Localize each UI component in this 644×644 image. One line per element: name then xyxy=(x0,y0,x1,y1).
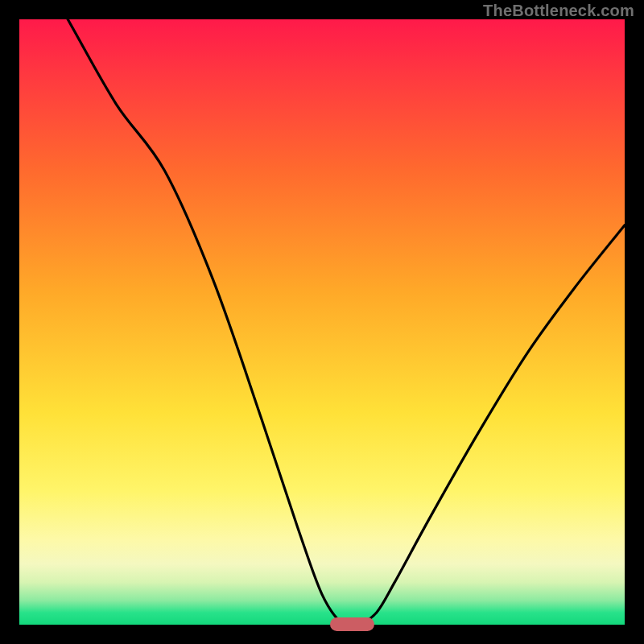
plot-area xyxy=(19,19,625,625)
chart-container: TheBottleneck.com xyxy=(0,0,644,644)
watermark-text: TheBottleneck.com xyxy=(483,2,634,20)
bottleneck-curve xyxy=(19,19,625,625)
optimal-range-marker xyxy=(330,617,375,631)
